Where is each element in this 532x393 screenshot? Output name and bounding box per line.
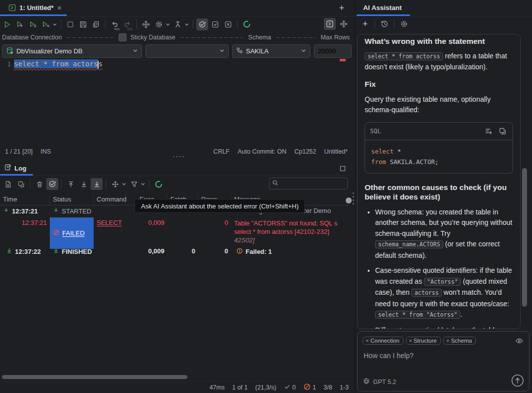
list-item: Different connection/database: the table… <box>375 325 513 330</box>
sql-editor[interactable]: 1 select * from actorss <box>0 58 349 146</box>
context-chips-row: ×Connection ×Structure ×Schema <box>363 336 524 346</box>
model-name: GPT 5.2 <box>373 379 396 386</box>
tab-untitled[interactable]: 1: Untitled* × <box>3 0 66 15</box>
remove-chip-icon[interactable]: × <box>446 338 449 344</box>
toolbar-separator <box>375 19 375 28</box>
log-row-finished[interactable]: 12:37:22 FINISHED 0,009 0 0 Failed: 1 <box>0 246 349 258</box>
context-chip-structure[interactable]: ×Structure <box>406 337 441 345</box>
chevron-down-icon[interactable] <box>165 18 171 30</box>
new-tab-button[interactable]: + <box>336 2 348 14</box>
context-chip-schema[interactable]: ×Schema <box>443 337 476 345</box>
ask-ai-about-error-button[interactable] <box>46 178 58 190</box>
tail-log-toggle[interactable] <box>91 178 103 190</box>
column-options-button[interactable] <box>346 197 352 203</box>
schema-select[interactable]: SAKILA <box>232 44 310 58</box>
database-connection-select[interactable]: DbVisualizer Demo DB <box>2 44 142 58</box>
stop-button[interactable] <box>64 18 76 30</box>
redo-sql-button[interactable]: SQL <box>122 18 133 30</box>
copy-code-icon[interactable] <box>498 126 508 136</box>
tab-log[interactable]: Log <box>4 162 26 175</box>
remove-chip-icon[interactable]: × <box>366 338 369 344</box>
column-header-time[interactable]: Time <box>0 194 50 205</box>
auto-commit[interactable]: Auto Commit: ON <box>238 148 286 155</box>
save-button[interactable] <box>77 18 89 30</box>
eye-icon[interactable] <box>514 336 524 346</box>
model-selector[interactable]: GPT 5.2 <box>363 378 396 387</box>
execute-button[interactable] <box>1 18 13 30</box>
chevron-down-icon[interactable] <box>140 178 146 190</box>
code-language-label: SQL <box>370 128 381 135</box>
ai-check-toggle[interactable] <box>196 18 208 30</box>
remove-chip-icon[interactable]: × <box>409 338 412 344</box>
horizontal-scrollbar[interactable] <box>2 375 187 379</box>
ai-prompt-input[interactable] <box>363 351 524 373</box>
toolbar-separator <box>30 180 30 189</box>
down-arrow-icon <box>53 247 59 255</box>
scroll-to-bottom-button[interactable] <box>78 178 90 190</box>
references-icon[interactable] <box>338 18 350 30</box>
message-cell: Failed: 1 <box>231 246 349 257</box>
filter-icon[interactable] <box>128 178 140 190</box>
exec-time-cell: 0,009 <box>126 217 167 228</box>
execute-current-button[interactable] <box>14 18 26 30</box>
tab-ai-assistant[interactable]: AI Assistant <box>363 0 402 15</box>
panel-drag-handle[interactable] <box>353 193 354 205</box>
encoding[interactable]: Cp1252 <box>294 148 316 155</box>
code-block-body: select * from SAKILA.ACTOR; <box>365 140 513 173</box>
column-header-command[interactable]: Command <box>94 194 126 205</box>
log-row-failed[interactable]: 12:37:21 FAILED SELECT 0,009 0 Table "AC… <box>0 217 349 246</box>
max-rows-input[interactable] <box>314 44 352 58</box>
history-icon[interactable] <box>379 18 391 30</box>
list-item: Case-sensitive quoted identifiers: if th… <box>375 265 513 321</box>
down-arrow-icon <box>53 207 59 215</box>
error-stripe-mark[interactable] <box>340 59 346 61</box>
column-header-status[interactable]: Status <box>50 194 94 205</box>
copy-log-button[interactable] <box>15 178 27 190</box>
sticky-database-checkbox[interactable] <box>119 33 127 41</box>
sql-statement-line[interactable]: select * from actorss <box>14 60 103 68</box>
context-chip-connection[interactable]: ×Connection <box>363 337 403 345</box>
editor-tab-bar: 1: Untitled* × + <box>0 0 355 16</box>
new-chat-button[interactable]: + <box>359 18 371 30</box>
down-arrow-icon <box>3 207 9 215</box>
chevron-down-icon[interactable] <box>52 18 58 30</box>
line-ending[interactable]: CRLF <box>213 148 230 155</box>
execute-buffer-button[interactable] <box>27 18 39 30</box>
vertical-scrollbar[interactable] <box>522 168 527 307</box>
sticky-database-select[interactable] <box>145 44 229 58</box>
success-count: 0 <box>292 384 296 391</box>
splitter-handle[interactable]: ···· <box>172 152 185 161</box>
caret-position: 1 / 21 [20] <box>5 148 33 155</box>
settings-gear-icon[interactable] <box>153 18 165 30</box>
export-log-button[interactable] <box>2 178 14 190</box>
cancel-box-icon[interactable] <box>222 18 234 30</box>
response-heading-problem: What’s wrong with the statement <box>365 36 513 46</box>
log-search-field[interactable] <box>269 178 348 190</box>
commands-icon[interactable] <box>140 18 152 30</box>
log-search-input[interactable] <box>280 180 337 188</box>
clear-log-button[interactable] <box>33 178 45 190</box>
insert-in-editor-icon[interactable] <box>484 126 494 136</box>
maximize-icon[interactable] <box>337 163 349 175</box>
close-tab-icon[interactable]: × <box>57 4 62 11</box>
check-box-icon[interactable] <box>209 18 221 30</box>
scroll-to-top-button[interactable] <box>65 178 77 190</box>
chevron-down-icon[interactable] <box>184 18 190 30</box>
undo-sql-button[interactable]: SQL <box>109 18 121 30</box>
log-toolbar <box>2 177 353 192</box>
sticky-database-label: Sticky Database <box>131 34 175 41</box>
status-cell-selected[interactable]: FAILED <box>50 217 94 249</box>
sql-commander-view-button[interactable] <box>324 18 336 30</box>
chevron-down-icon[interactable] <box>121 178 127 190</box>
send-button[interactable] <box>511 374 525 388</box>
execute-explain-button[interactable] <box>40 18 52 30</box>
format-sql-icon[interactable] <box>172 18 184 30</box>
save-as-button[interactable] <box>90 18 102 30</box>
ai-tab-label: AI Assistant <box>363 4 402 11</box>
time-cell: 12:37:21 <box>0 205 50 216</box>
dbvisualizer-window: 1: Untitled* × + SQL SQL <box>0 0 532 393</box>
fit-columns-button[interactable] <box>109 178 121 190</box>
command-cell[interactable]: SELECT <box>94 217 126 228</box>
code-block-header: SQL <box>365 123 513 140</box>
gear-icon[interactable] <box>398 18 410 30</box>
